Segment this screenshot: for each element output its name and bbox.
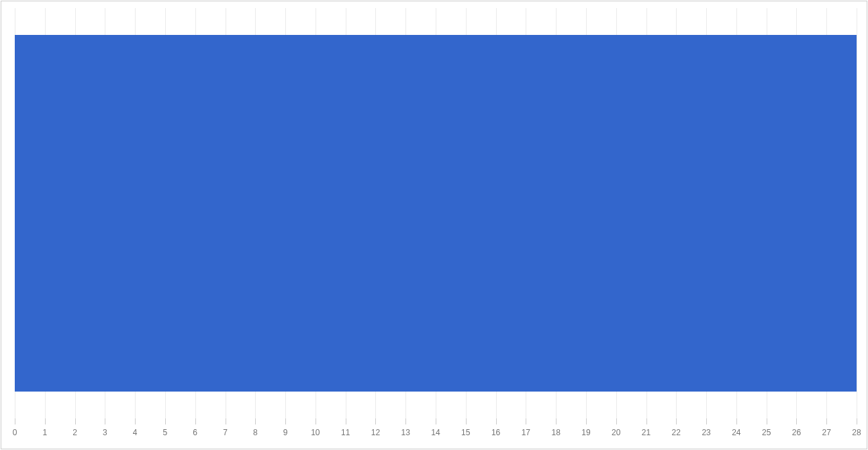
- x-tick-label: 17: [522, 428, 530, 437]
- x-tick-label: 14: [431, 428, 440, 437]
- x-tick: [375, 418, 376, 424]
- bar-series-0: [15, 35, 857, 392]
- x-tick: [526, 418, 526, 424]
- x-tick: [285, 418, 286, 424]
- x-tick-label: 13: [401, 428, 410, 437]
- gridline: [857, 8, 857, 418]
- x-tick: [405, 418, 406, 424]
- x-tick-label: 28: [852, 428, 861, 437]
- x-tick: [616, 418, 617, 424]
- x-tick-label: 8: [253, 428, 258, 437]
- x-tick-label: 19: [581, 428, 590, 437]
- x-axis: 0123456789101112131415161718192021222324…: [15, 418, 857, 449]
- x-tick: [706, 418, 707, 424]
- chart-frame: 0123456789101112131415161718192021222324…: [1, 1, 867, 449]
- x-tick-label: 21: [642, 428, 650, 437]
- x-tick: [826, 418, 827, 424]
- x-tick: [767, 418, 767, 424]
- x-tick-label: 22: [672, 428, 681, 437]
- x-tick-label: 2: [73, 428, 77, 437]
- x-tick: [496, 418, 497, 424]
- x-tick: [586, 418, 587, 424]
- x-tick: [105, 418, 105, 424]
- x-tick-label: 9: [283, 428, 288, 437]
- x-tick-label: 7: [223, 428, 228, 437]
- x-tick-label: 6: [193, 428, 197, 437]
- x-tick: [466, 418, 467, 424]
- x-tick-label: 3: [103, 428, 107, 437]
- x-tick-label: 5: [163, 428, 168, 437]
- x-tick: [45, 418, 46, 424]
- x-tick-label: 16: [491, 428, 500, 437]
- x-tick-label: 11: [341, 428, 350, 437]
- x-tick: [796, 418, 797, 424]
- x-tick: [736, 418, 737, 424]
- x-tick-label: 10: [311, 428, 320, 437]
- x-tick-label: 18: [551, 428, 560, 437]
- x-tick-label: 20: [612, 428, 620, 437]
- x-tick: [135, 418, 136, 424]
- x-tick-label: 25: [762, 428, 771, 437]
- x-tick: [556, 418, 557, 424]
- x-tick: [857, 418, 857, 424]
- x-tick-label: 24: [732, 428, 740, 437]
- x-tick-label: 0: [13, 428, 17, 437]
- x-tick-label: 27: [822, 428, 831, 437]
- x-tick-label: 23: [702, 428, 710, 437]
- x-tick: [346, 418, 346, 424]
- x-tick: [646, 418, 647, 424]
- plot-area: [15, 8, 857, 418]
- x-tick-label: 15: [461, 428, 470, 437]
- x-tick-label: 4: [133, 428, 138, 437]
- x-tick: [316, 418, 316, 424]
- x-tick: [676, 418, 677, 424]
- x-tick: [75, 418, 76, 424]
- x-tick: [15, 418, 15, 424]
- x-tick-label: 26: [792, 428, 801, 437]
- x-tick: [165, 418, 166, 424]
- x-tick-label: 1: [42, 428, 47, 437]
- x-tick: [226, 418, 226, 424]
- x-tick: [195, 418, 196, 424]
- x-tick: [255, 418, 256, 424]
- x-tick-label: 12: [371, 428, 380, 437]
- x-tick: [436, 418, 436, 424]
